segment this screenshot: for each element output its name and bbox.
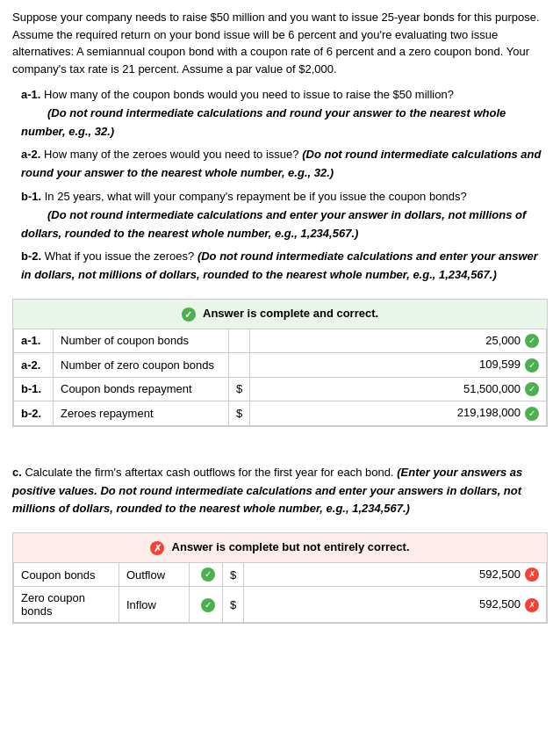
row-value: 219,198,000✓ (250, 401, 547, 426)
row-check-cell: ✓ (190, 563, 223, 587)
row-value: 592,500✗ (244, 563, 547, 587)
answer-table-2: Coupon bondsOutflow✓$592,500✗Zero coupon… (13, 563, 547, 624)
row-desc: Inflow (119, 587, 190, 623)
row-dollar (229, 329, 250, 353)
row-label: b-1. (14, 377, 54, 401)
q-a1-label: a-1. (21, 88, 40, 101)
q-b2-text: What if you issue the zeroes? (45, 249, 195, 263)
q-b1-bold: (Do not round intermediate calculations … (21, 208, 526, 240)
row-check-icon: ✓ (525, 334, 539, 348)
row-check-icon: ✓ (201, 598, 215, 612)
q-b2-label: b-2. (21, 249, 41, 263)
section-c-text: Calculate the firm's aftertax cash outfl… (25, 466, 393, 479)
row-check-cell: ✓ (190, 587, 223, 623)
section-c-label: c. (12, 466, 22, 479)
question-b2: b-2. What if you issue the zeroes? (Do n… (12, 248, 548, 285)
q-a2-text: How many of the zeroes would you need to… (44, 148, 299, 161)
row-check-icon: ✓ (525, 382, 539, 396)
row-dollar (229, 353, 250, 378)
row-label: a-1. (14, 329, 54, 353)
answer-table-1: a-1.Number of coupon bonds25,000✓a-2.Num… (13, 329, 547, 426)
row-value: 51,500,000✓ (250, 377, 547, 401)
answer-header-2-text: Answer is complete but not entirely corr… (172, 540, 410, 553)
row-desc: Number of zero coupon bonds (54, 353, 229, 378)
row-value: 109,599✓ (250, 353, 547, 378)
question-b1: b-1. In 25 years, what will your company… (12, 188, 548, 242)
row-desc: Number of coupon bonds (54, 329, 229, 353)
row-label: Zero coupon bonds (14, 587, 119, 623)
answer-box-1: ✓ Answer is complete and correct. a-1.Nu… (12, 299, 548, 427)
intro-text: Suppose your company needs to raise $50 … (12, 9, 548, 77)
answer-header-2: ✗ Answer is complete but not entirely co… (13, 533, 547, 563)
row-dollar: $ (223, 587, 244, 623)
section-c: c. Calculate the firm's aftertax cash ou… (12, 464, 548, 518)
q-a1-text: How many of the coupon bonds would you n… (44, 88, 454, 101)
questions-section: a-1. How many of the coupon bonds would … (12, 86, 548, 285)
row-dollar: $ (229, 377, 250, 401)
row-x-icon: ✗ (525, 568, 539, 582)
row-label: b-2. (14, 401, 54, 426)
row-desc: Coupon bonds repayment (54, 377, 229, 401)
row-check-icon: ✓ (201, 568, 215, 582)
row-check-icon: ✓ (525, 407, 539, 421)
row-check-icon: ✓ (525, 358, 539, 372)
row-x-icon: ✗ (525, 598, 539, 612)
header-check-icon-1: ✓ (182, 307, 196, 322)
answer-header-1: ✓ Answer is complete and correct. (13, 300, 547, 329)
row-dollar: $ (229, 401, 250, 426)
row-desc: Outflow (119, 563, 190, 587)
table-row: a-1.Number of coupon bonds25,000✓ (14, 329, 547, 353)
q-b1-label: b-1. (21, 190, 41, 203)
table-row: Zero coupon bondsInflow✓$592,500✗ (14, 587, 547, 623)
row-desc: Zeroes repayment (54, 401, 229, 426)
q-b1-text: In 25 years, what will your company's re… (45, 190, 467, 203)
row-dollar: $ (223, 563, 244, 587)
answer-header-1-text: Answer is complete and correct. (203, 307, 378, 320)
q-a2-label: a-2. (21, 148, 40, 161)
question-a2: a-2. How many of the zeroes would you ne… (12, 146, 548, 183)
answer-box-2: ✗ Answer is complete but not entirely co… (12, 532, 548, 624)
table-row: a-2.Number of zero coupon bonds109,599✓ (14, 353, 547, 378)
header-x-icon-2: ✗ (150, 541, 164, 555)
table-row: Coupon bondsOutflow✓$592,500✗ (14, 563, 547, 587)
row-value: 592,500✗ (244, 587, 547, 623)
table-row: b-1.Coupon bonds repayment$51,500,000✓ (14, 377, 547, 401)
row-label: Coupon bonds (14, 563, 119, 587)
row-label: a-2. (14, 353, 54, 378)
table-row: b-2.Zeroes repayment$219,198,000✓ (14, 401, 547, 426)
row-value: 25,000✓ (250, 329, 547, 353)
q-a1-bold: (Do not round intermediate calculations … (21, 106, 506, 138)
question-a1: a-1. How many of the coupon bonds would … (12, 86, 548, 141)
